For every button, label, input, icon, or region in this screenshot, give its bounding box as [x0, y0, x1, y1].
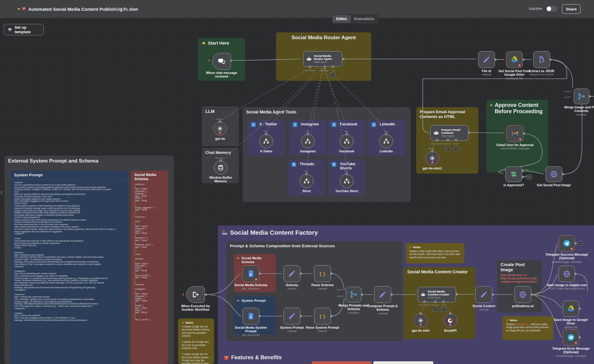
sitemap-icon [343, 138, 350, 145]
node-gpt-4o[interactable]: ✳ gpt-4o [213, 122, 227, 136]
node-parse-system-prompt[interactable]: { } Parse System Promptmanual [314, 308, 331, 324]
node-when-chat-message-received[interactable]: When chat message received [212, 53, 231, 70]
connector-label-model: Model [216, 118, 222, 120]
share-button[interactable]: Share [562, 4, 581, 14]
node-title: gpt-4o-mini1 [417, 166, 447, 170]
toggle-knob [547, 7, 551, 11]
node-subtitle: manual [363, 312, 402, 315]
node-title: pollinations.ai [508, 304, 538, 308]
add-memory-button[interactable]: + [433, 307, 437, 312]
node-title: Save Image to imgbb.com [541, 283, 592, 287]
graduation-cap-icon [7, 27, 12, 32]
node-title: System Prompt [277, 326, 307, 329]
canvas-collapse-handle[interactable]: ❮ [0, 190, 3, 195]
google-drive-icon [510, 56, 518, 63]
node-gmail-user-approval[interactable]: Gmail User for ApprovalsendAndWait: mess… [507, 125, 523, 142]
warning-icon [218, 131, 222, 134]
tab-editor[interactable]: Editor [333, 15, 351, 23]
add-tool-button[interactable]: + [442, 307, 446, 312]
node-parse-schema[interactable]: { } Parse Schemamanual [314, 265, 331, 282]
node-social-content[interactable]: Social Contentmanual [475, 286, 492, 303]
connector-label-tool: Tool [441, 304, 446, 306]
node-youtube-short-tool[interactable]: YouTube Short [340, 174, 354, 188]
add-false-branch-button[interactable]: + [527, 175, 531, 179]
connector-label-input2: Input 2 [551, 96, 571, 98]
node-subtitle: manual [277, 287, 307, 290]
setup-template-button[interactable]: Set up template [4, 24, 44, 35]
active-toggle[interactable] [546, 6, 557, 12]
pencil-icon [288, 312, 296, 320]
node-social-media-router-agent[interactable]: Social Media Router AgentTools Agent [303, 51, 342, 67]
node-social-media-content-creator[interactable]: Social Media Content CreatorTools Agent [418, 287, 456, 302]
connector-label-model: Model [428, 147, 434, 150]
globe-icon [519, 291, 527, 298]
node-file-id[interactable]: File Idmanual [478, 51, 495, 68]
node-title: Gmail User for Approval [490, 143, 540, 147]
node-title: YouTube Short [332, 189, 362, 193]
node-title: Window Buffer Memory [204, 176, 237, 183]
node-system-prompt[interactable]: System Promptmanual [284, 308, 300, 324]
node-extract-as-json[interactable]: Extract as JSONExtract From JSON [533, 51, 550, 68]
add-node-button[interactable]: + [578, 241, 582, 246]
node-social-media-schema[interactable]: Social Media Schemaget: document [243, 265, 259, 282]
connector-label-input1: Input 1 [325, 288, 344, 291]
node-gpt-4o-mini[interactable]: ✳ gpt-4o-mini [414, 314, 428, 327]
node-serpapi[interactable]: SerpAPI [443, 314, 457, 327]
node-subtitle: Tools Agent [314, 61, 339, 63]
add-tool-button[interactable]: + [454, 147, 458, 151]
node-title: Save Image to Google Drive [551, 318, 590, 325]
node-prepare-email-contents[interactable]: Prepare Email ContentsTools Agent [430, 125, 469, 141]
heart-icon: ♥ [22, 6, 26, 12]
node-linkedin-tool[interactable]: LinkedIn [379, 134, 393, 148]
telegram-icon [567, 333, 575, 341]
node-title: Social Media Content Creator [428, 290, 453, 296]
view-tabs: Editor Executions [332, 14, 378, 24]
google-docs-icon [247, 270, 255, 277]
braces-icon: { } [320, 271, 325, 276]
node-subtitle: download: file [495, 77, 534, 80]
trigger-lightning-icon [181, 292, 185, 297]
node-facebook-tool[interactable]: Facebook [340, 134, 354, 148]
node-is-approved[interactable]: Is Approved? [505, 166, 522, 182]
node-telegram-error[interactable]: Telegram Error Message (Optional)sendMes… [563, 329, 579, 345]
node-title: When chat message received [202, 71, 241, 78]
node-threads-tool[interactable]: Short [300, 174, 313, 188]
node-save-image-google-drive[interactable]: Save Image to Google Driveupload: file [563, 301, 579, 317]
node-when-executed-by-another-workflow[interactable]: When Executed by Another Workflow [186, 286, 205, 303]
node-compose-prompt-schema[interactable]: Compose Prompt & Schemamanual [374, 286, 391, 303]
node-window-buffer-memory[interactable]: Window Buffer Memory [214, 161, 228, 175]
node-subtitle: Tools Agent [441, 135, 466, 137]
node-schema[interactable]: Schemamanual [284, 265, 300, 282]
connector-label-tool: Tool [331, 69, 335, 72]
add-tool-button[interactable]: + [331, 73, 335, 77]
node-subtitle: sendAndWait: message [490, 147, 540, 150]
node-instagram-tool[interactable]: Instagram [301, 134, 315, 148]
node-get-social-post-image[interactable]: Get Social Post Image [545, 166, 562, 182]
node-x-twitter-tool[interactable]: X-Twiter [259, 134, 273, 148]
node-title: SerpAPI [435, 329, 465, 332]
node-title: X-Twiter [251, 149, 281, 153]
warning-icon [254, 277, 258, 281]
node-title: Extract as JSON [522, 69, 561, 73]
node-get-social-post-google-drive[interactable]: Get Social Post from Google Drivedownloa… [506, 51, 523, 68]
node-title: When Executed by Another Workflow [176, 304, 215, 312]
sitemap-icon [383, 138, 390, 145]
gmail-icon [511, 130, 519, 137]
node-title: Telegram Error Message (Optional) [551, 347, 590, 354]
pencil-icon [480, 291, 488, 298]
tab-executions[interactable]: Executions [351, 15, 378, 23]
node-title: Social Content [469, 304, 499, 308]
node-pollinations-ai[interactable]: pollinations.ai [514, 286, 531, 303]
node-title: Is Approved? [499, 183, 529, 187]
node-merge-image-post-contents[interactable]: Merge Image and Post Contentscombine [574, 89, 589, 104]
node-merge-prompts-schema[interactable]: Merge Prompts and Schemacombine [346, 287, 361, 302]
add-tag-button[interactable]: + Add tag [111, 7, 128, 11]
node-telegram-success[interactable]: Telegram Success Message (Optional)sendM… [559, 235, 575, 251]
output-label-true: true [525, 168, 529, 171]
node-gpt-4o-mini1[interactable]: ✳ gpt-4o-mini1 [425, 151, 439, 165]
node-save-image-imgbb[interactable]: Save Image to imgbb.comPOST: https://api… [559, 266, 575, 282]
connector-label-input1: Input 1 [551, 90, 571, 93]
workflow-trigger-icon [192, 291, 199, 298]
node-social-media-system-prompt[interactable]: Social Media System Promptget: document [243, 308, 259, 324]
add-memory-button[interactable]: + [446, 147, 450, 151]
